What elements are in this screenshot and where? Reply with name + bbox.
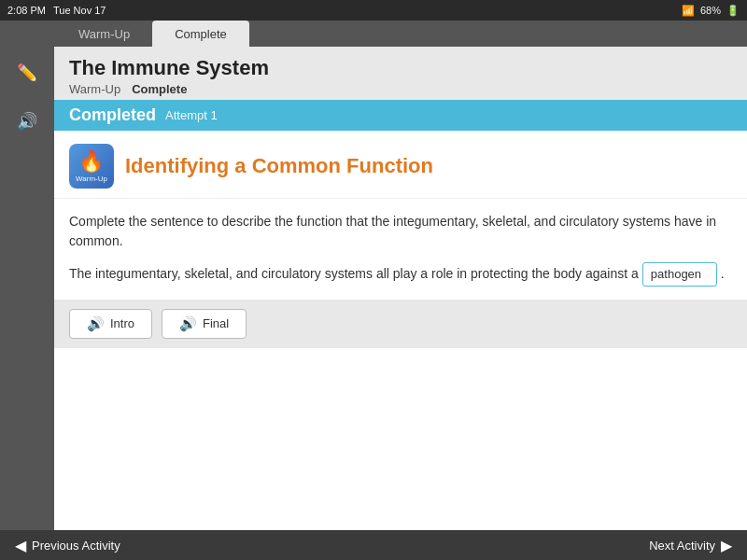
page-title-area: The Immune System Warm-Up Complete xyxy=(54,47,747,100)
page-subtitle: Warm-Up Complete xyxy=(69,82,732,96)
answer-box[interactable]: pathogen xyxy=(642,262,717,287)
right-arrow-icon: ▶ xyxy=(721,537,732,554)
date-display: Tue Nov 17 xyxy=(53,5,106,16)
sentence-before: The integumentary, skeletal, and circula… xyxy=(69,264,639,284)
tab-bar: Warm-Up Complete xyxy=(0,21,747,47)
sentence-line: The integumentary, skeletal, and circula… xyxy=(69,262,732,287)
battery-display: 68% xyxy=(700,5,721,16)
subtitle-complete[interactable]: Complete xyxy=(132,82,187,96)
instruction-text: Complete the sentence to describe the fu… xyxy=(69,212,732,251)
tab-complete[interactable]: Complete xyxy=(152,21,249,47)
intro-speaker-icon: 🔊 xyxy=(87,315,105,332)
main-area: ✏️ 🔊 The Immune System Warm-Up Complete … xyxy=(0,47,747,530)
intro-audio-label: Intro xyxy=(110,316,134,330)
audio-icon[interactable]: 🔊 xyxy=(10,105,44,138)
sidebar: ✏️ 🔊 xyxy=(0,47,54,530)
card-title: Identifying a Common Function xyxy=(125,154,433,178)
warm-up-label: Warm-Up xyxy=(76,175,107,183)
left-arrow-icon: ◀ xyxy=(15,537,26,554)
sentence-after: . xyxy=(721,264,725,284)
next-activity-button[interactable]: Next Activity ▶ xyxy=(649,537,732,554)
final-audio-button[interactable]: 🔊 Final xyxy=(162,309,247,339)
previous-label: Previous Activity xyxy=(32,539,120,553)
attempt-label: Attempt 1 xyxy=(165,108,218,122)
audio-bar: 🔊 Intro 🔊 Final xyxy=(54,300,747,348)
bottom-nav: ◀ Previous Activity Next Activity ▶ xyxy=(0,530,747,560)
completed-banner: Completed Attempt 1 xyxy=(54,100,747,131)
completed-label: Completed xyxy=(69,105,156,125)
battery-icon: 🔋 xyxy=(726,5,740,17)
status-bar: 2:08 PM Tue Nov 17 📶 68% 🔋 xyxy=(0,0,747,21)
next-label: Next Activity xyxy=(649,539,715,553)
time-display: 2:08 PM xyxy=(7,5,46,16)
intro-audio-button[interactable]: 🔊 Intro xyxy=(69,309,152,339)
subtitle-warmup[interactable]: Warm-Up xyxy=(69,82,120,96)
card-icon: 🔥 Warm-Up xyxy=(69,144,114,189)
card-body: Complete the sentence to describe the fu… xyxy=(54,199,747,300)
final-speaker-icon: 🔊 xyxy=(179,315,197,332)
flame-icon: 🔥 xyxy=(78,149,104,174)
wifi-icon: 📶 xyxy=(682,5,695,17)
page-title: The Immune System xyxy=(69,56,732,80)
previous-activity-button[interactable]: ◀ Previous Activity xyxy=(15,537,120,554)
edit-icon[interactable]: ✏️ xyxy=(10,56,44,90)
content-panel: The Immune System Warm-Up Complete Compl… xyxy=(54,47,747,530)
tab-warmup[interactable]: Warm-Up xyxy=(56,21,152,47)
card-header: 🔥 Warm-Up Identifying a Common Function xyxy=(54,131,747,199)
final-audio-label: Final xyxy=(203,316,229,330)
activity-card: 🔥 Warm-Up Identifying a Common Function … xyxy=(54,131,747,530)
